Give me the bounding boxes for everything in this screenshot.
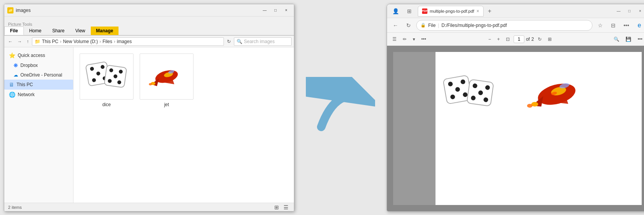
tab-share[interactable]: Share — [47, 27, 70, 35]
minimize-button[interactable]: — — [260, 7, 269, 14]
item-count: 2 — [8, 205, 10, 210]
lock-icon: 🔒 — [420, 23, 426, 28]
pdf-menu-button[interactable]: ☰ — [390, 34, 399, 44]
url-separator: | — [438, 23, 439, 28]
quickaccess-icon: ⭐ — [9, 52, 15, 58]
close-button[interactable]: × — [282, 7, 291, 14]
dice-thumbnail — [80, 53, 133, 100]
page-of: of — [526, 37, 530, 42]
browser-splitscreen-button[interactable]: ⊟ — [608, 20, 619, 31]
pdf-dice-svg — [443, 71, 497, 117]
browser-tab-pdf[interactable]: PDF multiple-pngs-to-pdf.pdf × — [418, 6, 484, 17]
file-item-dice[interactable]: dice — [80, 53, 133, 107]
sep2: › — [99, 39, 101, 44]
pdf-annotate-dropdown[interactable]: ▾ — [410, 34, 417, 44]
explorer-body: ⭐ Quick access ❋ Dropbox ☁ OneDrive - Pe… — [4, 47, 294, 203]
pdf-favicon: PDF — [422, 8, 427, 14]
browser-minimize-button[interactable]: — — [614, 8, 623, 15]
pdf-more2-button[interactable]: ••• — [635, 34, 644, 44]
pdf-more-button[interactable]: ••• — [419, 34, 429, 44]
forward-button[interactable]: → — [16, 38, 23, 45]
tab-close-button[interactable]: × — [477, 8, 479, 14]
pdf-zoom-out-button[interactable]: − — [486, 34, 493, 44]
maximize-button[interactable]: □ — [271, 7, 280, 14]
titlebar-left: 📁 images — [7, 7, 31, 13]
browser-addressbar: ← ↻ 🔒 File | D:/Files/multiple-pngs-to-p… — [387, 18, 644, 33]
browser-profile-button[interactable]: 👤 — [390, 6, 401, 17]
dropbox-icon: ❋ — [13, 62, 18, 68]
pdf-rotate-button[interactable]: ↻ — [536, 34, 544, 44]
tab-file[interactable]: File — [4, 27, 24, 35]
browser-back-button[interactable]: ← — [390, 20, 401, 31]
status-view-controls: ⊞ ☰ — [273, 203, 290, 211]
breadcrumb-newvolume: New Volume (D:) — [63, 39, 98, 44]
sidebar-label-onedrive: OneDrive - Personal — [20, 72, 62, 78]
svg-point-38 — [527, 104, 532, 108]
browser-refresh-button[interactable]: ↻ — [403, 20, 414, 31]
ribbon-tabs: Picture Tools — [4, 17, 294, 27]
search-box[interactable]: 🔍 Search images — [234, 37, 292, 46]
browser-edge-button[interactable]: e — [634, 20, 644, 31]
pdf-toolbar: ☰ ✏ ▾ ••• − + ⊡ of 2 ↻ ⊞ 🔍 💾 ••• — [387, 33, 644, 46]
jet-svg — [143, 57, 190, 96]
current-page-input[interactable] — [514, 35, 524, 43]
browser-close-button[interactable]: × — [636, 8, 644, 15]
tab-home[interactable]: Home — [24, 27, 47, 35]
back-button[interactable]: ← — [7, 38, 14, 45]
pdf-save-button[interactable]: 💾 — [623, 34, 634, 44]
pdf-dice-group — [443, 71, 497, 118]
status-bar: 2 items ⊞ ☰ — [4, 203, 294, 211]
browser-collections-button[interactable]: ⊞ — [404, 6, 415, 17]
sidebar-label-quickaccess: Quick access — [18, 53, 45, 58]
sidebar-item-onedrive[interactable]: ☁ OneDrive - Personal — [4, 70, 73, 80]
explorer-window: 📁 images — □ × Picture Tools File Home S… — [4, 4, 294, 212]
list-view-button[interactable]: ⊞ — [273, 203, 280, 211]
tab-bar: PDF multiple-pngs-to-pdf.pdf × + — [418, 6, 611, 17]
pdf-search-button[interactable]: 🔍 — [611, 34, 622, 44]
jet-filename: jet — [164, 102, 169, 107]
pdf-zoom-in-button[interactable]: + — [495, 34, 502, 44]
browser-more-button[interactable]: ••• — [621, 20, 632, 31]
jet-thumbnail — [140, 53, 194, 100]
pdf-spread-button[interactable]: ⊞ — [546, 34, 554, 44]
pdf-viewer — [387, 46, 644, 211]
url-path: D:/Files/multiple-pngs-to-pdf.pdf — [441, 23, 588, 28]
folder-icon: 📁 — [7, 7, 13, 13]
page-counter: of 2 — [514, 35, 534, 43]
breadcrumb[interactable]: 📁 This PC › New Volume (D:) › Files › im… — [32, 37, 224, 46]
pdf-fit-button[interactable]: ⊡ — [504, 34, 512, 44]
tab-manage[interactable]: Manage — [91, 27, 119, 35]
pdf-jet-svg — [520, 63, 589, 125]
sidebar-label-thispc: This PC — [17, 82, 33, 87]
file-item-jet[interactable]: jet — [140, 53, 194, 107]
network-icon: 🌐 — [9, 92, 15, 98]
url-bar[interactable]: 🔒 File | D:/Files/multiple-pngs-to-pdf.p… — [416, 20, 592, 31]
sidebar-item-quickaccess[interactable]: ⭐ Quick access — [4, 50, 73, 60]
browser-bookmark-button[interactable]: ☆ — [595, 20, 606, 31]
sep3: › — [114, 39, 115, 44]
svg-point-18 — [149, 83, 152, 85]
new-tab-button[interactable]: + — [485, 7, 494, 16]
ribbon: Picture Tools File Home Share View Manag… — [4, 17, 294, 36]
up-button[interactable]: ↑ — [25, 38, 30, 45]
tab-title: multiple-pngs-to-pdf.pdf — [430, 9, 474, 13]
browser-maximize-button[interactable]: □ — [625, 8, 634, 15]
sidebar-label-dropbox: Dropbox — [20, 63, 38, 68]
tab-view[interactable]: View — [70, 27, 91, 35]
browser-window-controls: — □ × — [614, 8, 644, 15]
refresh-button[interactable]: ↻ — [225, 38, 232, 45]
pdf-annotate-button[interactable]: ✏ — [400, 34, 409, 44]
address-bar: ← → ↑ 📁 This PC › New Volume (D:) › File… — [4, 36, 294, 47]
dice-filename: dice — [102, 102, 111, 107]
window-controls: — □ × — [260, 7, 291, 14]
blue-arrow — [306, 77, 375, 138]
sidebar-item-network[interactable]: 🌐 Network — [4, 90, 73, 100]
sidebar-item-thispc[interactable]: 🖥 This PC — [4, 80, 73, 90]
sidebar-item-dropbox[interactable]: ❋ Dropbox — [4, 60, 73, 70]
sidebar: ⭐ Quick access ❋ Dropbox ☁ OneDrive - Pe… — [4, 47, 73, 203]
main-content: dice — [73, 47, 294, 203]
browser-titlebar: 👤 ⊞ PDF multiple-pngs-to-pdf.pdf × + — □… — [387, 4, 644, 18]
breadcrumb-thispc: This PC — [42, 39, 58, 44]
sep1: › — [60, 39, 62, 44]
detail-view-button[interactable]: ☰ — [282, 203, 290, 211]
